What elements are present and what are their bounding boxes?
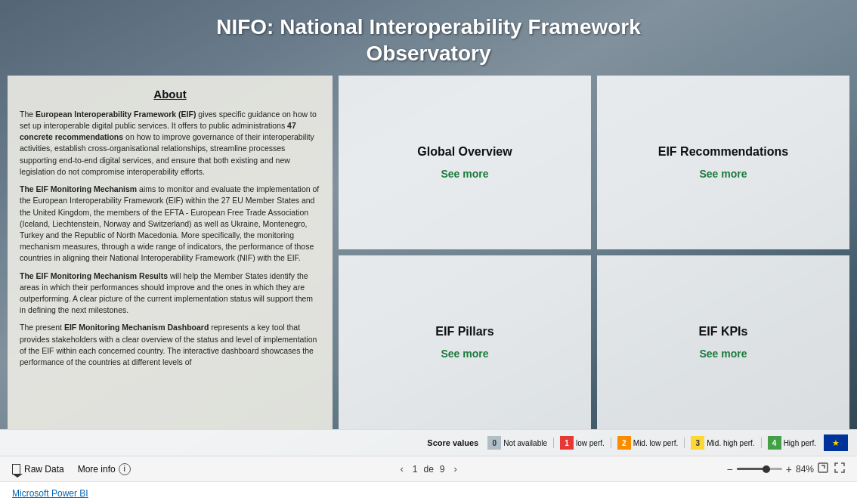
score-item-0: 0 Not available (487, 436, 547, 450)
about-heading: About (20, 86, 320, 103)
score-box-0: 0 (487, 436, 501, 450)
score-box-4: 4 (768, 436, 781, 450)
title-area: NIFO: National Interoperability Framewor… (0, 0, 857, 76)
svg-rect-0 (818, 463, 828, 472)
about-panel: About The European Interoperability Fram… (8, 76, 333, 429)
card-global-overview-link[interactable]: See more (441, 168, 488, 180)
score-text-1: low perf. (576, 439, 605, 447)
score-text-0: Not available (503, 439, 547, 447)
more-info-label: More info (78, 464, 116, 475)
card-eif-pillars[interactable]: EIF Pillars See more (339, 255, 591, 429)
score-bar: Score values 0 Not available 1 low perf.… (0, 429, 857, 456)
card-eif-kpis-link[interactable]: See more (699, 348, 747, 360)
card-eif-recommendations-title: EIF Recommendations (658, 145, 788, 159)
toolbar-icons (818, 462, 845, 475)
score-text-4: High perf. (784, 439, 816, 447)
raw-data-button[interactable]: Raw Data (12, 464, 64, 475)
page-de: de (423, 464, 433, 475)
card-eif-kpis-title: EIF KPIs (699, 325, 748, 339)
expand-icon[interactable] (818, 462, 828, 475)
score-box-3: 3 (691, 436, 704, 450)
app-shell: NIFO: National Interoperability Framewor… (0, 0, 857, 504)
card-eif-pillars-link[interactable]: See more (441, 348, 488, 360)
raw-data-label: Raw Data (24, 464, 64, 475)
about-paragraph-4: The present EIF Monitoring Mechanism Das… (20, 322, 320, 368)
score-text-2: Mid. low perf. (633, 439, 678, 447)
score-item-3: 3 Mid. high perf. (691, 436, 754, 450)
zoom-slider[interactable] (737, 468, 782, 470)
score-separator-0 (553, 438, 554, 448)
card-eif-recommendations[interactable]: EIF Recommendations See more (597, 76, 849, 249)
score-text-3: Mid. high perf. (707, 439, 754, 447)
page-current: 1 (413, 464, 418, 475)
page-total: 9 (440, 464, 445, 475)
bottom-toolbar: Raw Data More info i ‹ 1 de 9 › − (0, 456, 857, 481)
about-paragraph-3: The EIF Monitoring Mechanism Results wil… (20, 271, 320, 317)
score-box-2: 2 (617, 436, 631, 450)
score-values-label: Score values (427, 438, 478, 447)
page-title: NIFO: National Interoperability Framewor… (15, 14, 842, 66)
zoom-level: 84% (796, 464, 814, 475)
toolbar-left: Raw Data More info i (12, 463, 131, 475)
page-prev-button[interactable]: ‹ (397, 462, 406, 476)
zoom-out-button[interactable]: − (727, 463, 733, 475)
page-next-button[interactable]: › (451, 462, 460, 476)
more-info-button[interactable]: More info i (78, 463, 131, 475)
eu-flag: ★ (824, 434, 848, 451)
zoom-controls: − + 84% (727, 462, 845, 475)
powerbi-link[interactable]: Microsoft Power BI (12, 488, 88, 499)
about-paragraph-2: The EIF Monitoring Mechanism aims to mon… (20, 184, 320, 264)
page-navigation: ‹ 1 de 9 › (397, 462, 459, 476)
zoom-in-button[interactable]: + (786, 463, 792, 475)
main-content: NIFO: National Interoperability Framewor… (0, 0, 857, 456)
score-separator-1 (611, 438, 611, 448)
card-eif-pillars-title: EIF Pillars (435, 325, 493, 339)
card-eif-kpis[interactable]: EIF KPIs See more (597, 255, 849, 429)
card-eif-recommendations-link[interactable]: See more (699, 168, 747, 180)
powerbi-footer: Microsoft Power BI (0, 481, 857, 504)
score-separator-3 (761, 438, 762, 448)
score-box-1: 1 (560, 436, 574, 450)
bookmark-icon (12, 464, 20, 475)
card-global-overview[interactable]: Global Overview See more (339, 76, 591, 249)
score-item-2: 2 Mid. low perf. (617, 436, 678, 450)
score-separator-2 (684, 438, 685, 448)
score-item-4: 4 High perf. (768, 436, 816, 450)
score-item-1: 1 low perf. (560, 436, 605, 450)
about-paragraph-1: The European Interoperability Framework … (20, 109, 320, 178)
cards-grid: Global Overview See more EIF Recommendat… (339, 76, 849, 429)
fullscreen-icon[interactable] (834, 462, 845, 475)
content-layer: NIFO: National Interoperability Framewor… (0, 0, 857, 456)
card-global-overview-title: Global Overview (417, 145, 512, 159)
zoom-slider-thumb (763, 465, 770, 473)
main-grid: About The European Interoperability Fram… (0, 76, 857, 429)
info-icon: i (119, 463, 131, 475)
